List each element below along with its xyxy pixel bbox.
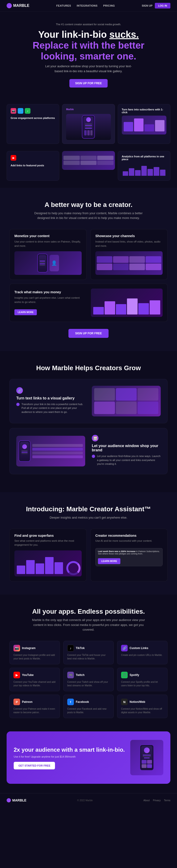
instagram-row: 📷 Instagram xyxy=(13,645,56,651)
cta-phone-mockup xyxy=(140,745,154,771)
subscribe-thumb xyxy=(122,116,166,134)
tiktok-app-name: TikTok xyxy=(76,647,85,650)
feat-showcase-title: Showcase your channels xyxy=(95,234,163,238)
assist-card-superfans: Find and grow superfans See what content… xyxy=(9,529,87,581)
custom-links-app-icon: 🔗 xyxy=(121,645,128,651)
footer-logo-icon xyxy=(7,798,11,802)
superfans-img xyxy=(14,551,82,577)
check-dot: ✓ xyxy=(16,403,20,406)
card-title-links: Add links to featured posts xyxy=(10,164,55,167)
tiktok-app-icon: ♪ xyxy=(67,645,74,651)
facebook-app-icon: f xyxy=(67,699,74,705)
cta-banner-title: 2x your audience with a smart link-in-bi… xyxy=(14,746,125,753)
nav-pricing[interactable]: PRICING xyxy=(103,4,115,7)
how-title: How Marble Helps Creators Grow xyxy=(9,364,168,372)
feat-track-title: Track what makes you money xyxy=(14,290,86,294)
recommendations-text: Use AI and be more successful with your … xyxy=(95,539,163,543)
feat-showcase-img xyxy=(95,251,163,275)
hero-subtext: Let your audience window shop your brand… xyxy=(41,64,136,74)
how-check-1: ✓ Let your audience find+follow you in n… xyxy=(92,454,161,466)
custom-links-desc: Create and pin custom URLs to Marble. xyxy=(121,653,164,657)
assist-card-recommendations: Creator recommendations Use AI and be mo… xyxy=(90,529,168,581)
app-card-patreon: P Patreon Connect your Patreon and make … xyxy=(9,694,60,718)
hero-title: Your link-in-bio sucks. Replace it with … xyxy=(9,29,168,62)
custom-links-app-name: Custom Links xyxy=(129,647,148,650)
login-button[interactable]: LOG IN xyxy=(155,3,170,8)
footer-links: About Privacy Terms xyxy=(144,799,170,802)
feat-track-img xyxy=(91,288,163,317)
facebook-app-name: Facebook xyxy=(76,700,89,704)
twitter-icon: 🐦 xyxy=(18,108,23,114)
apps-sub: Marble is the only app that connects all… xyxy=(32,618,145,632)
gallery-icon: 🔗 xyxy=(16,387,23,394)
feature-card-links: ▶ Add links to featured posts xyxy=(7,151,59,181)
check-dot-1: ✓ xyxy=(92,455,95,458)
better-sub: Designed to help you make money from you… xyxy=(32,211,145,221)
feat-track-text: Track what makes you money Insights you … xyxy=(14,290,86,315)
assistant-section: Introducing: Marble Creator Assistant™ D… xyxy=(0,492,177,594)
spotify-app-icon: 🎵 xyxy=(121,672,128,678)
better-section: A better way to be a creator. Designed t… xyxy=(0,188,177,351)
notion-row: N Notion/Web xyxy=(121,699,164,705)
cta-banner-sub: Use it for free! Upgrade anytime for jus… xyxy=(14,755,125,758)
logo-text: MARBLE xyxy=(13,4,29,8)
app-card-instagram: 📷 Instagram Connect your Instagram profi… xyxy=(9,641,60,664)
navbar: MARBLE FEATURES INTEGRATIONS PRICING SIG… xyxy=(0,0,177,11)
footer-link-about[interactable]: About xyxy=(144,799,150,802)
hero-cta-button[interactable]: SIGN UP FOR FREE xyxy=(69,79,107,88)
center-divider-img xyxy=(62,151,115,170)
mini-chart xyxy=(14,551,82,577)
card-marble-label: Marble xyxy=(66,108,111,111)
nav-links: FEATURES INTEGRATIONS PRICING xyxy=(56,4,115,7)
twitch-desc: Connect your Twitch and show-off your be… xyxy=(67,680,110,687)
twitch-row: 🎮 Twitch xyxy=(67,672,110,678)
center-phone-mockup xyxy=(82,115,95,139)
assistant-title: Introducing: Marble Creator Assistant™ xyxy=(9,505,168,513)
feature-card-analytics: Analytics from all platforms in one piec… xyxy=(118,151,170,181)
feat-monetize-title: Monetize your content xyxy=(14,234,82,238)
facebook-desc: Connect your Facebook and add new posts … xyxy=(67,707,110,714)
recommendations-img: Last week there was a 200% increase in P… xyxy=(95,546,163,566)
window-icon: 🪟 xyxy=(92,435,98,441)
card-title-subscribe: Turn fans into subscribers with 1-click xyxy=(122,108,166,114)
cta-banner-button[interactable]: GET STARTED FOR FREE xyxy=(14,762,55,769)
how-title-window: Let your audience window shop your brand xyxy=(92,444,161,452)
feat-showcase-text: Instead of text based links, show off vi… xyxy=(95,240,163,248)
feat-monetize: Monetize your content Use your content t… xyxy=(9,229,87,280)
notion-app-icon: N xyxy=(121,699,128,705)
notif-learn-button[interactable]: LEARN MORE xyxy=(98,558,120,564)
assistant-grid: Find and grow superfans See what content… xyxy=(9,529,168,581)
feat-track-desc: Insights you can't get anywhere else. Le… xyxy=(14,296,86,304)
patreon-row: P Patreon xyxy=(13,699,56,705)
footer-link-terms[interactable]: Terms xyxy=(164,799,170,802)
feat-monetize-img: 👤 xyxy=(14,251,82,275)
signup-button[interactable]: SIGN UP xyxy=(142,4,152,7)
patreon-app-name: Patreon xyxy=(22,700,33,704)
spotify-app-name: Spotify xyxy=(129,673,139,677)
monetize-phone xyxy=(37,254,48,273)
hero-badge: The #1 content creator assistant for soc… xyxy=(9,23,168,26)
app-card-spotify: 🎵 Spotify Connect your Spotify profile a… xyxy=(117,668,168,691)
footer-logo: MARBLE xyxy=(7,798,26,802)
patreon-desc: Connect your Patreon and make it even ea… xyxy=(13,707,56,714)
learn-more-button[interactable]: LEARN MORE xyxy=(14,309,37,315)
instagram-icon: 📷 xyxy=(10,108,16,114)
spotify-row: 🎵 Spotify xyxy=(121,672,164,678)
better-cta-button[interactable]: SIGN UP FOR FREE xyxy=(68,329,108,338)
nav-integrations[interactable]: INTEGRATIONS xyxy=(77,4,97,7)
superfans-title: Find and grow superfans xyxy=(14,534,82,537)
how-card-gallery: 🔗 Turn text links to a visual gallery ✓ … xyxy=(9,379,168,423)
app-card-youtube: ▶ YouTube Connect your YouTube channel a… xyxy=(9,668,60,691)
nav-features[interactable]: FEATURES xyxy=(56,4,71,7)
hero-section: The #1 content creator assistant for soc… xyxy=(0,11,177,97)
nav-logo: MARBLE xyxy=(7,3,29,8)
spotify-desc: Connect your Spotify profile and let use… xyxy=(121,680,164,687)
card-title-engage: Grow engagement across platforms xyxy=(10,117,55,119)
hero-title-line1: Your link-in-bio xyxy=(38,29,107,40)
youtube-app-name: YouTube xyxy=(22,673,34,677)
how-img-gallery xyxy=(92,386,161,416)
apps-title: All your apps. Endless possibilities. xyxy=(9,608,168,615)
patreon-app-icon: P xyxy=(13,699,20,705)
feature-card-subscribe: Turn fans into subscribers with 1-click xyxy=(118,104,170,144)
footer-link-privacy[interactable]: Privacy xyxy=(153,799,161,802)
